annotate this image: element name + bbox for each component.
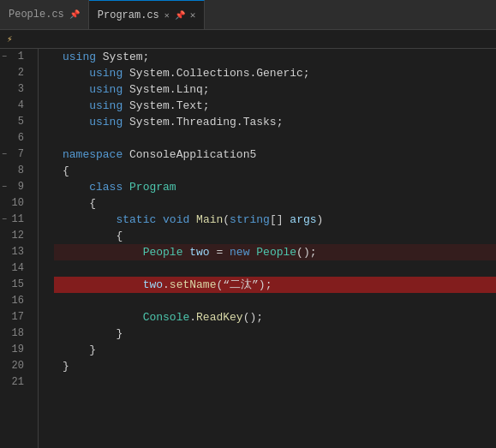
token (63, 244, 143, 260)
token: Console (143, 309, 190, 326)
tab-program[interactable]: Program.cs ✕ 📌 ✕ (89, 0, 206, 29)
tab-close-icon[interactable]: ✕ (190, 9, 196, 21)
token: using (63, 49, 96, 65)
line-num-18: 18 (0, 326, 31, 342)
token: . (189, 309, 196, 326)
token (63, 65, 89, 81)
token: ) (317, 212, 324, 228)
token: } (63, 342, 96, 358)
margin-line-15 (39, 277, 54, 293)
line-num-9: −9 (0, 179, 31, 195)
line-num-4: 4 (0, 98, 31, 114)
tab-pin-icon2[interactable]: 📌 (175, 10, 185, 21)
code-line-6 (54, 130, 496, 146)
line-num-12: 12 (0, 228, 31, 244)
token: (); (296, 244, 316, 260)
code-line-8: { (54, 163, 496, 179)
line-num-11: −11 (0, 212, 31, 228)
token: System.Text; (123, 98, 209, 114)
code-line-16 (54, 293, 496, 309)
code-line-7: namespace ConsoleApplication5 (54, 146, 496, 163)
token: System; (96, 49, 149, 65)
line-num-20: 20 (0, 358, 31, 374)
token: } (63, 326, 123, 342)
margin-line-2 (39, 65, 54, 81)
token: People (256, 244, 296, 260)
margin-line-4 (39, 98, 54, 114)
token (63, 309, 143, 326)
token: ReadKey (196, 309, 243, 326)
line-num-7: −7 (0, 146, 31, 163)
fold-indicator-1[interactable]: − (2, 49, 7, 65)
line-num-5: 5 (0, 114, 31, 130)
margin-line-3 (39, 81, 54, 98)
token: [] (270, 212, 290, 228)
gutter: −123456−78−910−1112131415161718192021 (0, 49, 39, 448)
token (123, 179, 129, 195)
token: namespace (63, 146, 123, 163)
token: Program (129, 179, 176, 195)
margin-line-7 (39, 146, 54, 163)
margin-line-10 (39, 195, 54, 212)
code-line-12: { (54, 228, 496, 244)
line-num-21: 21 (0, 374, 31, 391)
token (63, 277, 143, 293)
token: (); (243, 309, 263, 326)
token: System.Threading.Tasks; (123, 114, 283, 130)
tab-people-label: People.cs (9, 9, 64, 21)
line-num-15: 15 (0, 277, 31, 293)
margin-line-9 (39, 179, 54, 195)
token: (“二汰”); (216, 277, 272, 293)
line-num-8: 8 (0, 163, 31, 179)
code-line-2: using System.Collections.Generic; (54, 65, 496, 81)
margin-line-8 (39, 163, 54, 179)
token: = (210, 244, 230, 260)
token (63, 212, 116, 228)
code-line-21 (54, 374, 496, 391)
code-line-9: class Program (54, 179, 496, 195)
code-line-15: two.setName(“二汰”); (54, 277, 496, 293)
code-content[interactable]: using System; using System.Collections.G… (54, 49, 496, 448)
token: static (116, 212, 156, 228)
token (249, 244, 256, 260)
line-num-6: 6 (0, 130, 31, 146)
fold-indicator-11[interactable]: − (2, 212, 7, 228)
token: { (63, 195, 96, 212)
token: setName (170, 277, 217, 293)
token: using (89, 98, 123, 114)
line-num-14: 14 (0, 260, 31, 277)
token: ConsoleApplication5 (123, 146, 256, 163)
tab-pin-icon[interactable]: 📌 (69, 9, 80, 20)
tab-bar: People.cs 📌 Program.cs ✕ 📌 ✕ (0, 0, 496, 30)
token: ( (223, 212, 230, 228)
breadcrumb-icon: ⚡ (7, 33, 13, 45)
code-line-3: using System.Linq; (54, 81, 496, 98)
tab-modified-icon: ✕ (164, 10, 170, 21)
code-line-14 (54, 260, 496, 277)
margin-line-17 (39, 309, 54, 326)
tab-people[interactable]: People.cs 📌 (0, 0, 89, 29)
token: two (143, 277, 163, 293)
token: } (63, 358, 69, 374)
token: using (89, 65, 123, 81)
line-num-19: 19 (0, 342, 31, 358)
code-line-18: } (54, 326, 496, 342)
margin-line-14 (39, 260, 54, 277)
margin-line-20 (39, 358, 54, 374)
token: Main (196, 212, 223, 228)
token: two (189, 244, 209, 260)
line-num-3: 3 (0, 81, 31, 98)
token (189, 212, 196, 228)
fold-indicator-9[interactable]: − (2, 179, 7, 195)
margin-line-13 (39, 244, 54, 260)
token: using (89, 114, 123, 130)
margin-line-6 (39, 130, 54, 146)
editor: −123456−78−910−1112131415161718192021 us… (0, 49, 496, 448)
code-line-17: Console.ReadKey(); (54, 309, 496, 326)
code-line-1: using System; (54, 49, 496, 65)
fold-indicator-7[interactable]: − (2, 146, 7, 163)
margin-line-1 (39, 49, 54, 65)
code-line-10: { (54, 195, 496, 212)
token: . (163, 277, 170, 293)
code-line-5: using System.Threading.Tasks; (54, 114, 496, 130)
